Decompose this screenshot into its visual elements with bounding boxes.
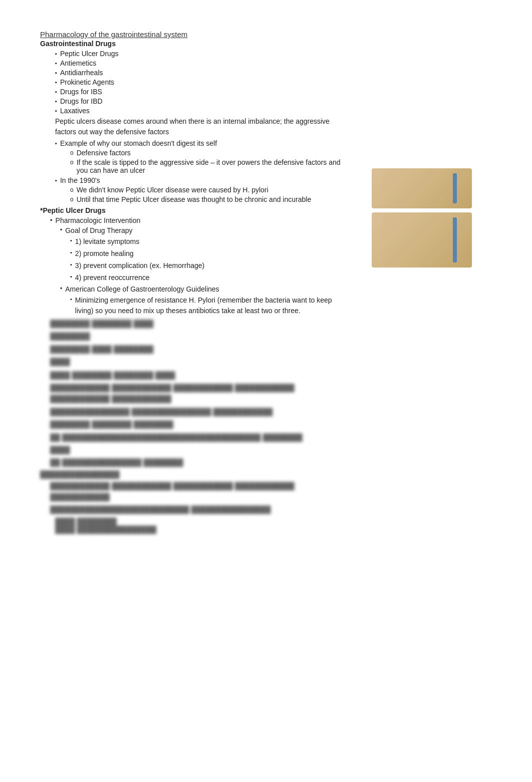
main-content-area: Pharmacology of the gastrointestinal sys… bbox=[40, 30, 351, 534]
blurred-section-1: ████████ ████████ ████ ████████ ████████… bbox=[50, 318, 341, 368]
list-item: 4) prevent reoccurrence bbox=[70, 273, 341, 283]
sub-bullet-list-1: Example of why our stomach doesn't diges… bbox=[55, 139, 351, 147]
list-item: In the 1990's bbox=[55, 176, 351, 184]
main-heading: Gastrointestinal Drugs bbox=[40, 40, 351, 48]
list-item: Minimizing emergence of resistance H. Py… bbox=[70, 295, 341, 316]
list-item-pharm: Pharmacologic Intervention bbox=[50, 216, 351, 224]
goal-items-list: 1) levitate symptoms 2) promote healing … bbox=[70, 236, 351, 283]
section-star-peptic: *Peptic Ulcer Drugs bbox=[40, 206, 351, 214]
pharm-list: Pharmacologic Intervention bbox=[50, 216, 351, 224]
sub-sub-list-1: Defensive factors If the scale is tipped… bbox=[70, 149, 351, 174]
image-area bbox=[352, 160, 492, 276]
page-content: Pharmacology of the gastrointestinal sys… bbox=[40, 30, 492, 534]
blurred-section-3: ████████████ ████████████ ████████████ █… bbox=[50, 480, 341, 515]
sub-sub-list-2: We didn't know Peptic Ulcer disease were… bbox=[70, 186, 351, 203]
list-item: Antiemetics bbox=[55, 59, 351, 67]
image-bottom bbox=[372, 212, 472, 268]
list-item-goal: Goal of Drug Therapy bbox=[60, 226, 351, 234]
acg-list: American College of Gastroenterology Gui… bbox=[60, 285, 351, 293]
list-item: Defensive factors bbox=[70, 149, 351, 157]
list-item: Until that time Peptic Ulcer disease was… bbox=[70, 195, 351, 203]
sub-bullet-list-2: In the 1990's bbox=[55, 176, 351, 184]
list-item: Prokinetic Agents bbox=[55, 78, 351, 86]
list-item: 2) promote healing bbox=[70, 248, 341, 259]
list-item: 1) levitate symptoms bbox=[70, 236, 341, 247]
list-item: Laxatives bbox=[55, 107, 351, 115]
list-item: If the scale is tipped to the aggressive… bbox=[70, 158, 351, 174]
list-item: Drugs for IBD bbox=[55, 97, 351, 105]
blurred-heading-1: ████████████████ bbox=[40, 470, 351, 478]
list-item: Example of why our stomach doesn't diges… bbox=[55, 139, 351, 147]
list-item: Antidiarrheals bbox=[55, 69, 351, 77]
blurred-section-2: ████ ████████ ████████ ████ ████████████… bbox=[50, 370, 341, 468]
drug-category-list: Peptic Ulcer Drugs Antiemetics Antidiarr… bbox=[55, 50, 351, 115]
list-item: We didn't know Peptic Ulcer disease were… bbox=[70, 186, 351, 194]
acg-items-list: Minimizing emergence of resistance H. Py… bbox=[70, 295, 351, 316]
image-top bbox=[372, 168, 472, 208]
list-item: Peptic Ulcer Drugs bbox=[55, 50, 351, 58]
page-title: Pharmacology of the gastrointestinal sys… bbox=[40, 30, 351, 39]
list-item-acg: American College of Gastroenterology Gui… bbox=[60, 285, 351, 293]
blurred-sub-1: ████ ████████ ████ ████████████████ bbox=[55, 517, 351, 534]
goal-list: Goal of Drug Therapy bbox=[60, 226, 351, 234]
intro-paragraph: Peptic ulcers disease comes around when … bbox=[55, 116, 336, 137]
list-item: Drugs for IBS bbox=[55, 88, 351, 96]
list-item: 3) prevent complication (ex. Hemorrhage) bbox=[70, 260, 341, 271]
